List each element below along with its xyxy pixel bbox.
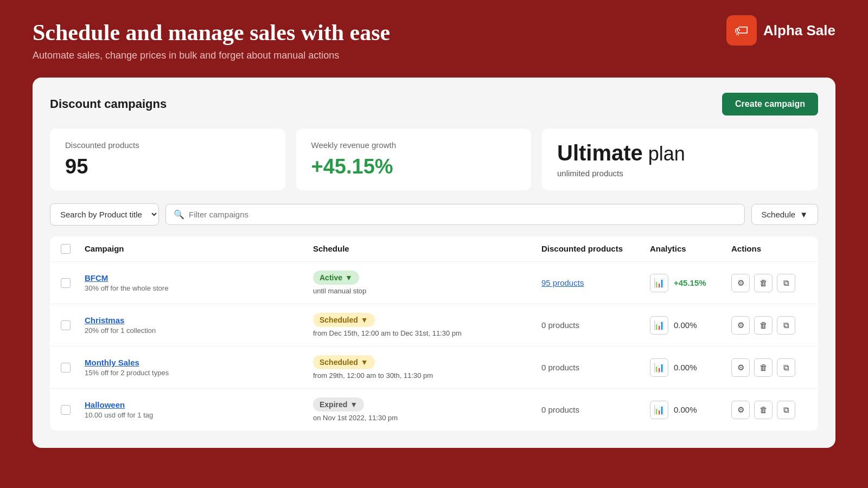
analytics-value: +45.15%: [674, 278, 706, 287]
col-schedule: Schedule: [313, 244, 541, 254]
chevron-down-icon: ▼: [361, 316, 368, 324]
schedule-cell-1: Scheduled ▼ from Dec 15th, 12:00 am to D…: [313, 313, 541, 337]
col-campaign: Campaign: [85, 244, 313, 254]
table-row: Christmas 20% off for 1 collection Sched…: [50, 304, 818, 346]
actions-cell-3: ⚙ 🗑 ⧉: [731, 401, 807, 419]
delete-button-3[interactable]: 🗑: [754, 401, 773, 419]
discount-campaigns-title: Discount campaigns: [50, 97, 167, 111]
products-link[interactable]: 95 products: [541, 278, 584, 287]
products-text: 0 products: [541, 405, 579, 414]
campaigns-table: Campaign Schedule Discounted products An…: [50, 236, 818, 431]
duplicate-button-2[interactable]: ⧉: [777, 358, 795, 377]
campaign-cell-3: Halloween 10.00 usd off for 1 tag: [85, 400, 313, 419]
duplicate-button-1[interactable]: ⧉: [777, 316, 795, 335]
analytics-value: 0.00%: [674, 405, 697, 414]
row-checkbox-0[interactable]: [61, 278, 85, 288]
campaign-name-3[interactable]: Halloween: [85, 400, 313, 409]
col-analytics: Analytics: [650, 244, 731, 254]
discounted-products-value: 95: [65, 155, 270, 178]
products-cell-3: 0 products: [541, 405, 650, 415]
delete-button-0[interactable]: 🗑: [754, 274, 773, 292]
schedule-detail-1: from Dec 15th, 12:00 am to Dec 31st, 11:…: [313, 329, 541, 337]
main-card: Discount campaigns Create campaign Disco…: [33, 78, 835, 448]
status-badge-3[interactable]: Expired ▼: [313, 397, 364, 412]
settings-button-0[interactable]: ⚙: [731, 274, 750, 292]
discounted-products-card: Discounted products 95: [50, 129, 285, 190]
plan-detail: unlimited products: [557, 169, 803, 178]
table-row: BFCM 30% off for the whole store Active …: [50, 262, 818, 304]
chevron-down-icon: ▼: [345, 273, 353, 282]
col-discounted-products: Discounted products: [541, 244, 650, 254]
campaign-cell-2: Monthly Sales 15% off for 2 product type…: [85, 358, 313, 377]
schedule-label: Schedule: [762, 210, 796, 219]
campaign-name-0[interactable]: BFCM: [85, 273, 313, 282]
products-text: 0 products: [541, 363, 579, 372]
page-title: Schedule and manage sales with ease: [33, 20, 835, 46]
campaign-name-1[interactable]: Christmas: [85, 316, 313, 325]
schedule-detail-0: until manual stop: [313, 287, 541, 295]
row-checkbox-2[interactable]: [61, 363, 85, 373]
col-actions: Actions: [731, 244, 807, 254]
row-checkbox-3[interactable]: [61, 405, 85, 415]
analytics-value: 0.00%: [674, 363, 697, 372]
filter-input[interactable]: [189, 204, 737, 224]
status-badge-2[interactable]: Scheduled ▼: [313, 355, 375, 369]
schedule-cell-2: Scheduled ▼ from 29th, 12:00 am to 30th,…: [313, 355, 541, 380]
app-name: Alpha Sale: [763, 22, 835, 39]
analytics-chart-button-2[interactable]: 📊: [650, 358, 668, 377]
products-text: 0 products: [541, 320, 579, 330]
campaign-desc-3: 10.00 usd off for 1 tag: [85, 411, 313, 419]
app-logo: 🏷 Alpha Sale: [726, 15, 835, 46]
schedule-detail-3: on Nov 1st 2022, 11:30 pm: [313, 414, 541, 422]
revenue-growth-card: Weekly revenue growth +45.15%: [296, 129, 532, 190]
search-by-select[interactable]: Search by Product title: [50, 203, 159, 226]
campaign-desc-0: 30% off for the whole store: [85, 284, 313, 292]
campaign-cell-1: Christmas 20% off for 1 collection: [85, 316, 313, 335]
actions-cell-2: ⚙ 🗑 ⧉: [731, 358, 807, 377]
analytics-cell-1: 📊 0.00%: [650, 316, 731, 335]
analytics-chart-button-0[interactable]: 📊: [650, 274, 668, 292]
campaign-cell-0: BFCM 30% off for the whole store: [85, 273, 313, 292]
plan-title: Ultimate plan: [557, 141, 803, 165]
status-badge-0[interactable]: Active ▼: [313, 271, 359, 285]
create-campaign-button[interactable]: Create campaign: [722, 93, 818, 115]
schedule-cell-0: Active ▼ until manual stop: [313, 271, 541, 295]
revenue-growth-value: +45.15%: [311, 155, 516, 178]
status-badge-1[interactable]: Scheduled ▼: [313, 313, 375, 327]
schedule-cell-3: Expired ▼ on Nov 1st 2022, 11:30 pm: [313, 397, 541, 422]
table-header: Campaign Schedule Discounted products An…: [50, 236, 818, 262]
actions-cell-0: ⚙ 🗑 ⧉: [731, 274, 807, 292]
products-cell-1: 0 products: [541, 320, 650, 330]
analytics-chart-button-1[interactable]: 📊: [650, 316, 668, 335]
schedule-detail-2: from 29th, 12:00 am to 30th, 11:30 pm: [313, 371, 541, 380]
card-header: Discount campaigns Create campaign: [50, 93, 818, 115]
chevron-down-icon: ▼: [350, 400, 358, 409]
analytics-chart-button-3[interactable]: 📊: [650, 401, 668, 419]
stats-row: Discounted products 95 Weekly revenue gr…: [50, 129, 818, 190]
delete-button-1[interactable]: 🗑: [754, 316, 773, 335]
chevron-down-icon: ▼: [361, 358, 368, 367]
logo-emoji: 🏷: [735, 22, 749, 39]
duplicate-button-3[interactable]: ⧉: [777, 401, 795, 419]
settings-button-3[interactable]: ⚙: [731, 401, 750, 419]
search-icon: 🔍: [174, 209, 184, 220]
row-checkbox-1[interactable]: [61, 320, 85, 330]
campaign-name-2[interactable]: Monthly Sales: [85, 358, 313, 367]
table-body: BFCM 30% off for the whole store Active …: [50, 262, 818, 431]
table-row: Halloween 10.00 usd off for 1 tag Expire…: [50, 389, 818, 431]
logo-icon: 🏷: [726, 15, 757, 46]
settings-button-1[interactable]: ⚙: [731, 316, 750, 335]
campaign-desc-2: 15% off for 2 product types: [85, 369, 313, 377]
products-cell-0: 95 products: [541, 278, 650, 288]
analytics-cell-3: 📊 0.00%: [650, 401, 731, 419]
analytics-cell-2: 📊 0.00%: [650, 358, 731, 377]
settings-button-2[interactable]: ⚙: [731, 358, 750, 377]
chevron-down-icon: ▼: [800, 210, 808, 219]
filter-input-wrap: 🔍: [165, 204, 745, 225]
select-all-checkbox[interactable]: [61, 244, 85, 254]
campaign-desc-1: 20% off for 1 collection: [85, 326, 313, 335]
delete-button-2[interactable]: 🗑: [754, 358, 773, 377]
duplicate-button-0[interactable]: ⧉: [777, 274, 795, 292]
schedule-button[interactable]: Schedule ▼: [751, 204, 818, 225]
page-subtitle: Automate sales, change prices in bulk an…: [33, 50, 835, 61]
